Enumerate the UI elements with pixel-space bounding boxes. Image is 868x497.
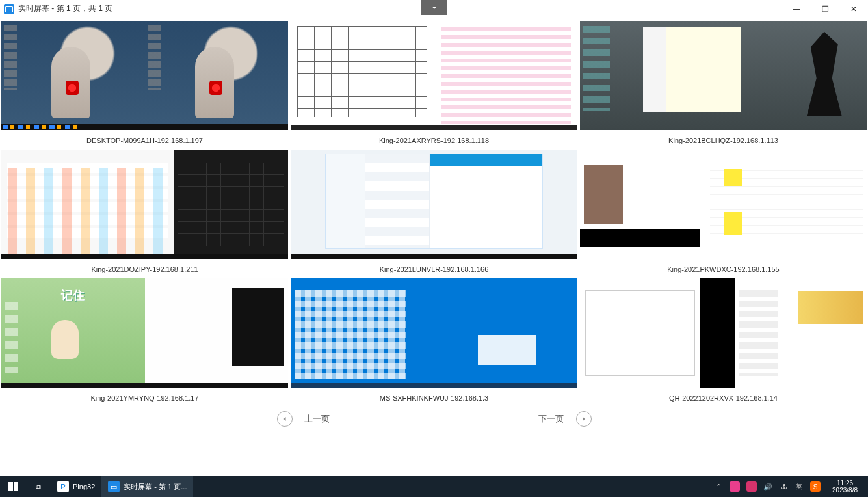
titlebar-dropdown[interactable] (421, 0, 447, 15)
arrow-right-icon (576, 411, 592, 427)
next-page-button[interactable]: 下一页 (532, 411, 592, 427)
screen-thumbnail[interactable] (1, 21, 288, 130)
screen-cell[interactable]: MS-SXFHKINKFWUJ-192.168.1.3 (291, 278, 577, 406)
screen-thumbnail[interactable] (580, 21, 867, 130)
arrow-left-icon (277, 411, 293, 427)
system-tray: ⌃ 🔊 🖧 英 S 11:26 2023/8/8 (714, 479, 868, 494)
ping32-icon: P (57, 481, 69, 492)
volume-icon[interactable]: 🔊 (763, 482, 772, 491)
pagination: 上一页 下一页 (0, 406, 868, 435)
clock-date: 2023/8/8 (832, 487, 858, 494)
taskbar-app-label: 实时屏幕 - 第 1 页... (124, 482, 187, 492)
prev-page-label: 上一页 (298, 413, 337, 425)
screen-thumbnail[interactable] (580, 150, 867, 259)
screen-thumbnail[interactable] (580, 278, 867, 388)
title-bar: 实时屏幕 - 第 1 页，共 1 页 — ❐ ✕ (0, 0, 868, 18)
window-title: 实时屏幕 - 第 1 页，共 1 页 (18, 3, 112, 14)
screen-cell[interactable]: QH-20221202RXVX-192.168.1.14 (580, 278, 867, 406)
maximize-button[interactable]: ❐ (811, 0, 839, 18)
network-icon[interactable]: 🖧 (779, 482, 788, 491)
taskbar-clock[interactable]: 11:26 2023/8/8 (827, 479, 863, 494)
task-view-button[interactable]: ⧉ (26, 476, 51, 497)
close-button[interactable]: ✕ (839, 0, 868, 18)
screen-label: King-2021YMRYNQ-192.168.1.17 (90, 388, 198, 406)
ime-indicator[interactable]: 英 (795, 482, 804, 491)
app-b-icon[interactable] (746, 481, 757, 492)
screen-thumbnail[interactable] (1, 150, 288, 259)
screen-label: King-2021PKWDXC-192.168.1.155 (667, 259, 779, 277)
screen-cell[interactable]: King-2021BCLHQZ-192.168.1.113 (580, 21, 867, 148)
sogou-icon[interactable]: S (810, 481, 821, 492)
taskbar-app-realtime-screen[interactable]: ▭ 实时屏幕 - 第 1 页... (101, 476, 193, 497)
screen-label: King-2021AXRYRS-192.168.1.118 (379, 130, 489, 148)
minimize-button[interactable]: — (782, 0, 811, 18)
screen-cell[interactable]: King-2021YMRYNQ-192.168.1.17 (1, 278, 288, 406)
screen-thumbnail[interactable] (291, 278, 577, 388)
screen-label: DESKTOP-M099A1H-192.168.1.197 (86, 130, 203, 148)
screen-label: MS-SXFHKINKFWUJ-192.168.1.3 (380, 388, 489, 406)
screen-grid: DESKTOP-M099A1H-192.168.1.197 King-2021A… (0, 18, 868, 406)
windows-icon (8, 482, 18, 491)
screen-thumbnail[interactable] (1, 278, 288, 388)
task-view-icon: ⧉ (33, 481, 44, 492)
clock-time: 11:26 (832, 479, 858, 487)
taskbar-app-ping32[interactable]: P Ping32 (51, 476, 101, 497)
chevron-down-icon (430, 3, 439, 12)
screen-thumbnail[interactable] (291, 150, 577, 259)
screen-label: King-2021DOZIPY-192.168.1.211 (91, 259, 198, 277)
screen-cell[interactable]: King-2021DOZIPY-192.168.1.211 (1, 150, 288, 277)
screen-label: King-2021LUNVLR-192.168.1.166 (380, 259, 489, 277)
screen-cell[interactable]: DESKTOP-M099A1H-192.168.1.197 (1, 21, 288, 148)
shield-icon[interactable] (730, 481, 740, 492)
screen-cell[interactable]: King-2021AXRYRS-192.168.1.118 (291, 21, 577, 148)
screen-label: King-2021BCLHQZ-192.168.1.113 (668, 130, 778, 148)
screen-label: QH-20221202RXVX-192.168.1.14 (669, 388, 778, 406)
prev-page-button[interactable]: 上一页 (277, 411, 337, 427)
screen-cell[interactable]: King-2021LUNVLR-192.168.1.166 (291, 150, 577, 277)
taskbar-app-label: Ping32 (73, 483, 95, 490)
screen-cell[interactable]: King-2021PKWDXC-192.168.1.155 (580, 150, 867, 277)
monitor-icon: ▭ (108, 481, 120, 492)
app-icon (4, 4, 14, 14)
next-page-label: 下一页 (532, 413, 571, 425)
taskbar: ⧉ P Ping32 ▭ 实时屏幕 - 第 1 页... ⌃ 🔊 🖧 英 S 1… (0, 476, 868, 497)
screen-thumbnail[interactable] (291, 21, 577, 130)
window-controls: — ❐ ✕ (782, 0, 868, 18)
expand-tray-icon[interactable]: ⌃ (714, 482, 723, 491)
start-button[interactable] (0, 476, 26, 497)
